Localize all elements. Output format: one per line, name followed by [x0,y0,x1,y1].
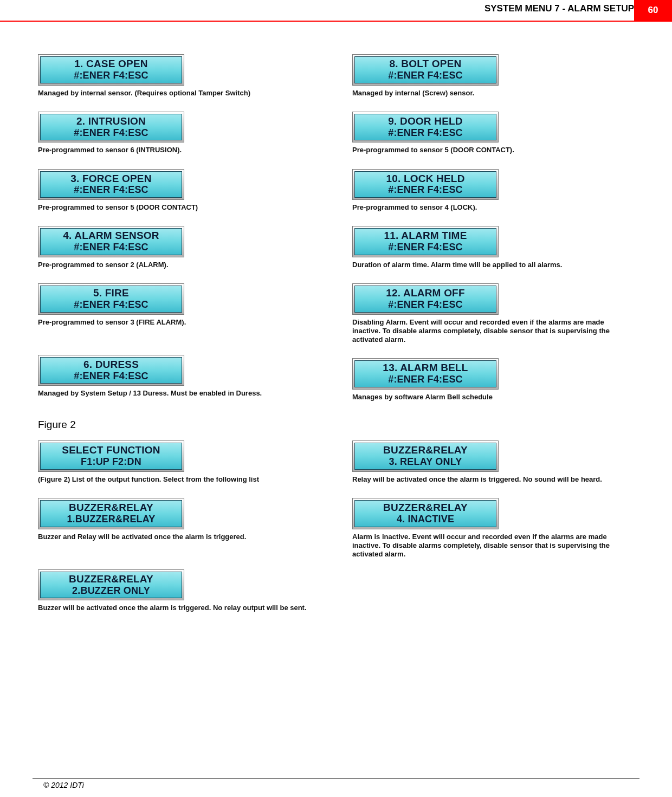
lcd-line2: #:ENER F4:ESC [356,184,495,196]
list-item: 6. DURESS #:ENER F4:ESC Managed by Syste… [38,355,320,398]
lcd-screen: BUZZER&RELAY 2.BUZZER ONLY [38,569,184,601]
lcd-inner: 6. DURESS #:ENER F4:ESC [40,357,182,384]
lcd-line2: 3. RELAY ONLY [356,456,495,468]
list-item: 3. FORCE OPEN #:ENER F4:ESC Pre-programm… [38,169,320,212]
list-item: BUZZER&RELAY 3. RELAY ONLY Relay will be… [352,440,634,484]
list-item: 9. DOOR HELD #:ENER F4:ESC Pre-programme… [352,112,634,155]
lcd-line1: 5. FIRE [42,287,180,299]
lcd-line1: 13. ALARM BELL [356,362,495,374]
lcd-line2: #:ENER F4:ESC [42,127,180,139]
lcd-line2: 4. INACTIVE [356,514,495,525]
lcd-line2: #:ENER F4:ESC [356,70,495,81]
lcd-screen: 9. DOOR HELD #:ENER F4:ESC [352,112,499,143]
lcd-screen: SELECT FUNCTION F1:UP F2:DN [38,440,184,472]
list-item: 13. ALARM BELL #:ENER F4:ESC Manages by … [352,358,634,401]
item-desc: Pre-programmed to sensor 5 (DOOR CONTACT… [38,203,320,212]
lcd-screen: 12. ALARM OFF #:ENER F4:ESC [352,283,499,315]
lcd-inner: 10. LOCK HELD #:ENER F4:ESC [354,171,496,198]
item-desc: Pre-programmed to sensor 4 (LOCK). [352,203,634,212]
list-item: 10. LOCK HELD #:ENER F4:ESC Pre-programm… [352,169,634,212]
list-item: BUZZER&RELAY 1.BUZZER&RELAY Buzzer and R… [38,498,320,541]
lcd-screen: BUZZER&RELAY 3. RELAY ONLY [352,440,499,472]
lcd-line2: #:ENER F4:ESC [356,374,495,385]
alarm-list-right: 8. BOLT OPEN #:ENER F4:ESC Managed by in… [352,54,634,416]
lcd-line1: 4. ALARM SENSOR [42,230,180,242]
lcd-inner: 1. CASE OPEN #:ENER F4:ESC [40,56,182,83]
item-desc: Pre-programmed to sensor 5 (DOOR CONTACT… [352,146,634,154]
page-header: SYSTEM MENU 7 - ALARM SETUP 60 [0,0,672,22]
lcd-inner: 4. ALARM SENSOR #:ENER F4:ESC [40,228,182,255]
list-item: 5. FIRE #:ENER F4:ESC Pre-programmed to … [38,283,320,327]
lcd-inner: 9. DOOR HELD #:ENER F4:ESC [354,114,496,141]
item-desc: Manages by software Alarm Bell schedule [352,393,634,401]
lcd-line1: 8. BOLT OPEN [356,58,495,70]
lcd-inner: BUZZER&RELAY 4. INACTIVE [354,500,496,527]
list-item: BUZZER&RELAY 2.BUZZER ONLY Buzzer will b… [38,569,320,613]
lcd-screen: 5. FIRE #:ENER F4:ESC [38,283,184,315]
lcd-inner: SELECT FUNCTION F1:UP F2:DN [40,443,182,470]
lcd-screen: 2. INTRUSION #:ENER F4:ESC [38,112,184,143]
lcd-screen: 13. ALARM BELL #:ENER F4:ESC [352,358,499,390]
item-desc: Alarm is inactive. Event will occur and … [352,533,634,559]
lcd-line2: 1.BUZZER&RELAY [42,514,180,525]
lcd-screen: 4. ALARM SENSOR #:ENER F4:ESC [38,226,184,257]
item-desc: Buzzer will be activated once the alarm … [38,604,320,612]
header-title: SYSTEM MENU 7 - ALARM SETUP [484,3,634,14]
page: SYSTEM MENU 7 - ALARM SETUP 60 1. CASE O… [0,0,672,797]
figure-label: Figure 2 [38,419,634,431]
lcd-screen: 3. FORCE OPEN #:ENER F4:ESC [38,169,184,200]
list-item: SELECT FUNCTION F1:UP F2:DN (Figure 2) L… [38,440,320,484]
page-number: 60 [634,0,672,21]
list-item: 2. INTRUSION #:ENER F4:ESC Pre-programme… [38,112,320,155]
item-desc: Pre-programmed to sensor 2 (ALARM). [38,261,320,269]
lcd-line1: BUZZER&RELAY [356,444,495,456]
item-desc: Pre-programmed to sensor 3 (FIRE ALARM). [38,318,320,327]
lcd-inner: BUZZER&RELAY 2.BUZZER ONLY [40,572,182,599]
figure2-right: BUZZER&RELAY 3. RELAY ONLY Relay will be… [352,440,634,626]
lcd-line2: #:ENER F4:ESC [356,242,495,253]
list-item: 12. ALARM OFF #:ENER F4:ESC Disabling Al… [352,283,634,344]
lcd-line2: #:ENER F4:ESC [42,242,180,253]
lcd-line1: 12. ALARM OFF [356,287,495,299]
lcd-line2: 2.BUZZER ONLY [42,585,180,597]
lcd-line1: 1. CASE OPEN [42,58,180,70]
lcd-line1: 9. DOOR HELD [356,115,495,127]
lcd-line2: F1:UP F2:DN [42,456,180,468]
lcd-line2: #:ENER F4:ESC [42,70,180,81]
lcd-line2: #:ENER F4:ESC [42,299,180,310]
lcd-inner: 2. INTRUSION #:ENER F4:ESC [40,114,182,141]
list-item: 11. ALARM TIME #:ENER F4:ESC Duration of… [352,226,634,269]
lcd-screen: BUZZER&RELAY 1.BUZZER&RELAY [38,498,184,529]
lcd-inner: BUZZER&RELAY 3. RELAY ONLY [354,443,496,470]
item-desc: Buzzer and Relay will be activated once … [38,533,320,541]
lcd-line1: 3. FORCE OPEN [42,173,180,185]
lcd-inner: 12. ALARM OFF #:ENER F4:ESC [354,286,496,313]
lcd-line1: 10. LOCK HELD [356,173,495,185]
lcd-screen: BUZZER&RELAY 4. INACTIVE [352,498,499,529]
lcd-screen: 8. BOLT OPEN #:ENER F4:ESC [352,54,499,86]
lcd-inner: 3. FORCE OPEN #:ENER F4:ESC [40,171,182,198]
item-desc: Duration of alarm time. Alarm time will … [352,261,634,269]
lcd-inner: 5. FIRE #:ENER F4:ESC [40,286,182,313]
lcd-line2: #:ENER F4:ESC [356,127,495,139]
lcd-screen: 11. ALARM TIME #:ENER F4:ESC [352,226,499,257]
lcd-inner: BUZZER&RELAY 1.BUZZER&RELAY [40,500,182,527]
alarm-list: 1. CASE OPEN #:ENER F4:ESC Managed by in… [38,54,634,416]
list-item: 8. BOLT OPEN #:ENER F4:ESC Managed by in… [352,54,634,98]
lcd-line2: #:ENER F4:ESC [42,371,180,382]
lcd-screen: 10. LOCK HELD #:ENER F4:ESC [352,169,499,200]
item-desc: Pre-programmed to sensor 6 (INTRUSION). [38,146,320,154]
figure2-left: SELECT FUNCTION F1:UP F2:DN (Figure 2) L… [38,440,320,626]
lcd-line1: SELECT FUNCTION [42,444,180,456]
content: 1. CASE OPEN #:ENER F4:ESC Managed by in… [33,22,639,627]
lcd-inner: 11. ALARM TIME #:ENER F4:ESC [354,228,496,255]
item-desc: Managed by internal sensor. (Requires op… [38,89,320,98]
lcd-screen: 1. CASE OPEN #:ENER F4:ESC [38,54,184,86]
lcd-line1: 6. DURESS [42,359,180,371]
list-item: BUZZER&RELAY 4. INACTIVE Alarm is inacti… [352,498,634,559]
item-desc: Relay will be activated once the alarm i… [352,475,634,484]
lcd-line2: #:ENER F4:ESC [356,299,495,310]
item-desc: (Figure 2) List of the output function. … [38,475,320,484]
lcd-line1: BUZZER&RELAY [42,573,180,585]
alarm-list-left: 1. CASE OPEN #:ENER F4:ESC Managed by in… [38,54,320,416]
